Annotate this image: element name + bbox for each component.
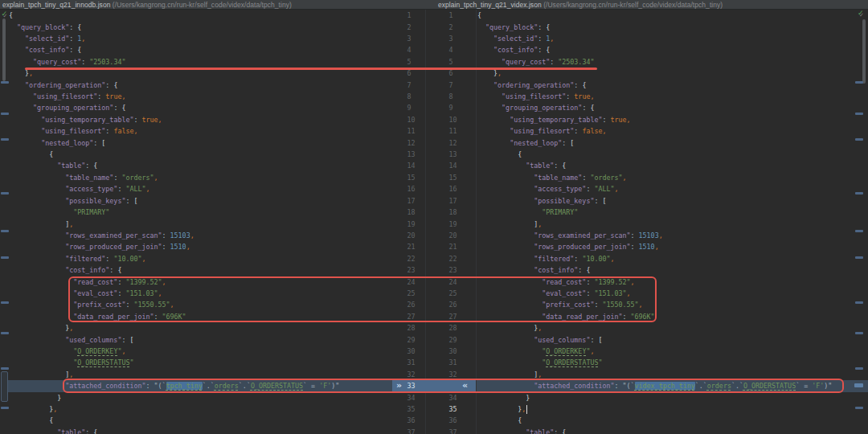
code-line[interactable]: "using_temporary_table": true, bbox=[477, 114, 832, 125]
stripe-change-mark[interactable] bbox=[855, 192, 863, 194]
right-editor-code[interactable]: { "query_block": { "select_id": 1, "cost… bbox=[477, 10, 832, 434]
code-line[interactable]: "cost_info": { bbox=[477, 44, 832, 55]
stripe-change-mark[interactable] bbox=[855, 230, 863, 232]
annotation-box bbox=[68, 276, 657, 323]
right-line-numbers: 1234567891011121314151617181920212223242… bbox=[449, 10, 457, 434]
code-line[interactable]: "cost_info": { bbox=[477, 264, 832, 276]
code-line[interactable]: "rows_produced_per_join": 1510, bbox=[477, 241, 832, 252]
stripe-change-mark[interactable] bbox=[1, 332, 9, 334]
stripe-change-mark[interactable] bbox=[855, 113, 863, 115]
line-number: 14 bbox=[449, 160, 457, 171]
line-number: 17 bbox=[449, 195, 457, 207]
code-line[interactable]: "nested_loop": [ bbox=[9, 137, 339, 149]
code-line[interactable]: "table": { bbox=[477, 427, 832, 434]
code-line[interactable]: "nested_loop": [ bbox=[477, 137, 832, 149]
stripe-change-mark[interactable] bbox=[855, 332, 863, 334]
code-line[interactable]: { bbox=[9, 149, 339, 160]
code-line[interactable]: { bbox=[9, 415, 339, 426]
code-line[interactable]: "select_id": 1, bbox=[9, 33, 339, 44]
code-line[interactable]: "O_ORDERKEY", bbox=[477, 346, 832, 357]
diff-header-bar: explain_tpch_tiny_q21_innodb.json (/User… bbox=[0, 0, 868, 10]
code-line[interactable]: }, bbox=[477, 403, 832, 415]
code-line[interactable]: "filtered": "10.00", bbox=[9, 253, 339, 264]
stripe-change-mark[interactable] bbox=[855, 301, 863, 304]
code-line[interactable]: "rows_produced_per_join": 1510, bbox=[9, 241, 339, 252]
stripe-change-mark[interactable] bbox=[1, 256, 9, 259]
line-number: 17 bbox=[407, 195, 416, 207]
stripe-change-mark[interactable] bbox=[855, 367, 863, 370]
code-line[interactable]: "used_columns": [ bbox=[9, 334, 339, 346]
code-line[interactable]: "table_name": "orders", bbox=[477, 172, 832, 183]
code-line[interactable]: "possible_keys": [ bbox=[477, 195, 832, 207]
code-line[interactable]: "query_cost": "2503.34" bbox=[9, 56, 339, 68]
code-line[interactable]: ], bbox=[477, 219, 832, 230]
stripe-change-mark[interactable] bbox=[1, 138, 9, 141]
code-line[interactable]: "ordering_operation": { bbox=[477, 80, 832, 91]
code-line[interactable]: "cost_info": { bbox=[9, 264, 339, 276]
code-line[interactable]: "access_type": "ALL", bbox=[9, 183, 339, 194]
code-line[interactable]: ], bbox=[9, 219, 339, 230]
code-line[interactable]: "table": { bbox=[9, 160, 339, 171]
stripe-change-mark[interactable] bbox=[1, 192, 9, 194]
code-line[interactable]: } bbox=[9, 392, 339, 403]
line-number: 23 bbox=[449, 264, 457, 276]
stripe-change-mark[interactable] bbox=[855, 138, 863, 141]
code-line[interactable]: "rows_examined_per_scan": 15103, bbox=[9, 230, 339, 241]
stripe-change-mark[interactable] bbox=[855, 256, 863, 259]
code-line[interactable]: "using_filesort": false, bbox=[9, 125, 339, 137]
code-line[interactable]: "filtered": "10.00", bbox=[477, 253, 832, 264]
code-line[interactable]: }, bbox=[477, 322, 832, 334]
code-line[interactable]: "grouping_operation": { bbox=[9, 102, 339, 113]
code-line[interactable]: "PRIMARY" bbox=[477, 207, 832, 218]
code-line[interactable]: "access_type": "ALL", bbox=[477, 183, 832, 194]
code-line[interactable]: "used_columns": [ bbox=[477, 334, 832, 346]
code-line[interactable]: "possible_keys": [ bbox=[9, 195, 339, 207]
code-line[interactable]: } bbox=[477, 392, 832, 403]
stripe-change-mark[interactable] bbox=[1, 367, 9, 370]
code-line[interactable]: "query_block": { bbox=[477, 22, 832, 33]
code-line[interactable]: "using_filesort": true, bbox=[9, 91, 339, 102]
code-line[interactable]: { bbox=[477, 149, 832, 160]
code-line[interactable]: "PRIMARY" bbox=[9, 207, 339, 218]
code-line[interactable]: "table": { bbox=[477, 160, 832, 171]
stripe-change-mark[interactable] bbox=[855, 407, 863, 409]
right-scrollbar-thumb[interactable] bbox=[862, 19, 866, 84]
stripe-change-mark[interactable] bbox=[1, 81, 9, 84]
code-line[interactable]: { bbox=[9, 10, 339, 21]
line-number: 31 bbox=[407, 357, 416, 368]
line-number: 9 bbox=[449, 102, 457, 113]
line-number: 37 bbox=[449, 427, 457, 434]
left-file-name: explain_tpch_tiny_q21_innodb.json bbox=[2, 1, 110, 9]
code-line[interactable]: "query_cost": "2503.34" bbox=[477, 56, 832, 68]
code-line[interactable]: { bbox=[477, 415, 832, 426]
line-number: 4 bbox=[449, 44, 457, 55]
code-line[interactable]: "cost_info": { bbox=[9, 44, 339, 55]
code-line[interactable]: "ordering_operation": { bbox=[9, 80, 339, 91]
code-line[interactable]: }, bbox=[9, 403, 339, 415]
line-number: 19 bbox=[449, 219, 457, 230]
left-scrollbar-thumb[interactable] bbox=[2, 18, 6, 81]
stripe-change-mark[interactable] bbox=[1, 301, 9, 304]
stripe-change-mark[interactable] bbox=[1, 230, 9, 232]
code-line[interactable]: "query_block": { bbox=[9, 22, 339, 33]
code-line[interactable]: { bbox=[477, 10, 832, 21]
code-line[interactable]: "select_id": 1, bbox=[477, 33, 832, 44]
code-line[interactable]: "O_ORDERKEY", bbox=[9, 346, 339, 357]
code-line[interactable]: "grouping_operation": { bbox=[477, 102, 832, 113]
stripe-change-mark[interactable] bbox=[1, 407, 9, 409]
line-number: 16 bbox=[449, 183, 457, 194]
code-line[interactable]: "table": { bbox=[9, 427, 339, 434]
code-line[interactable]: "using_filesort": false, bbox=[477, 125, 832, 137]
right-editor-gutter-line bbox=[476, 10, 477, 434]
code-line[interactable]: "using_filesort": true, bbox=[477, 91, 832, 102]
code-line[interactable]: "using_temporary_table": true, bbox=[9, 114, 339, 125]
code-line[interactable]: "table_name": "orders", bbox=[9, 172, 339, 183]
line-number: 8 bbox=[449, 91, 457, 102]
stripe-change-mark[interactable] bbox=[1, 113, 9, 115]
code-line[interactable]: "rows_examined_per_scan": 15103, bbox=[477, 230, 832, 241]
code-line[interactable]: }, bbox=[9, 322, 339, 334]
left-editor-code[interactable]: { "query_block": { "select_id": 1, "cost… bbox=[9, 10, 339, 434]
code-line[interactable]: "O_ORDERSTATUS" bbox=[9, 357, 339, 368]
stripe-change-mark[interactable] bbox=[855, 81, 863, 84]
code-line[interactable]: "O_ORDERSTATUS" bbox=[477, 357, 832, 368]
